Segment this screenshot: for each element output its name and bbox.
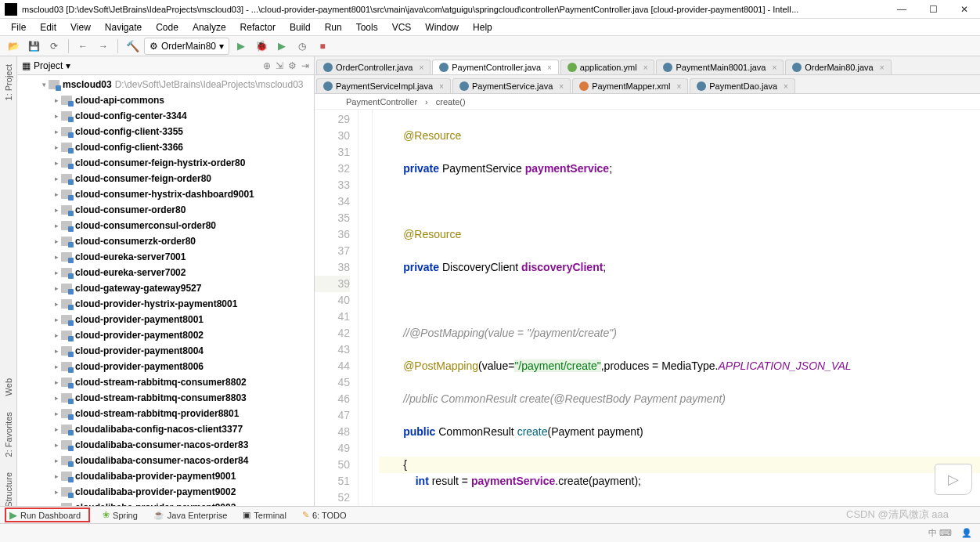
arrow-expanded-icon[interactable]: ▾ <box>39 81 49 89</box>
menu-navigate[interactable]: Navigate <box>99 20 148 34</box>
code-content[interactable]: @Resource private PaymentService payment… <box>373 110 980 525</box>
editor-tab[interactable]: PaymentMain8001.java× <box>656 60 784 74</box>
code-editor[interactable]: 2930313233343536373839404142434445464748… <box>315 110 980 525</box>
arrow-collapsed-icon[interactable]: ▸ <box>52 331 61 339</box>
arrow-collapsed-icon[interactable]: ▸ <box>52 206 61 214</box>
tree-module-item[interactable]: ▸cloud-consumer-hystrix-dashboard9001 <box>17 186 314 202</box>
spring-button[interactable]: ❀ Spring <box>99 509 141 521</box>
run-dashboard-button[interactable]: ▶ Run Dashboard <box>5 508 90 522</box>
todo-button[interactable]: ✎ 6: TODO <box>299 509 350 521</box>
arrow-collapsed-icon[interactable]: ▸ <box>52 316 61 323</box>
close-icon[interactable]: × <box>676 82 681 91</box>
close-icon[interactable]: × <box>419 63 423 72</box>
folding-gutter[interactable] <box>358 110 373 525</box>
tree-module-item[interactable]: ▸cloud-provider-payment8004 <box>17 343 314 359</box>
save-icon[interactable]: 💾 <box>25 38 42 55</box>
tree-module-item[interactable]: ▸cloud-provider-payment8002 <box>17 327 314 343</box>
arrow-collapsed-icon[interactable]: ▸ <box>52 222 61 229</box>
arrow-collapsed-icon[interactable]: ▸ <box>52 190 61 198</box>
arrow-collapsed-icon[interactable]: ▸ <box>52 175 61 182</box>
tree-module-item[interactable]: ▸cloud-consumerzk-order80 <box>17 233 314 249</box>
tree-module-item[interactable]: ▸cloud-config-center-3344 <box>17 108 314 124</box>
editor-tab[interactable]: PaymentServiceImpl.java× <box>316 78 451 93</box>
tab-web[interactable]: Web <box>2 370 15 403</box>
tab-favorites[interactable]: 2: Favorites <box>2 404 15 464</box>
tree-module-item[interactable]: ▸cloud-stream-rabbitmq-provider8801 <box>17 406 314 421</box>
arrow-collapsed-icon[interactable]: ▸ <box>52 237 61 245</box>
arrow-collapsed-icon[interactable]: ▸ <box>52 143 61 151</box>
tree-module-item[interactable]: ▸cloud-consumer-order80 <box>17 202 314 218</box>
close-icon[interactable]: × <box>772 63 776 72</box>
menu-edit[interactable]: Edit <box>34 20 63 34</box>
editor-tab[interactable]: PaymentService.java× <box>452 78 571 93</box>
menu-build[interactable]: Build <box>283 20 317 34</box>
close-button[interactable]: ✕ <box>953 2 975 17</box>
run-coverage-icon[interactable]: ▶ <box>273 38 290 55</box>
editor-tab[interactable]: application.yml× <box>560 60 655 74</box>
arrow-collapsed-icon[interactable]: ▸ <box>52 347 61 355</box>
close-icon[interactable]: × <box>643 63 648 72</box>
tab-project[interactable]: 1: Project <box>2 56 15 108</box>
profile-icon[interactable]: ◷ <box>294 38 311 55</box>
arrow-collapsed-icon[interactable]: ▸ <box>52 112 61 120</box>
editor-tab[interactable]: OrderMain80.java× <box>785 60 891 74</box>
breadcrumb[interactable]: PaymentController › create() <box>315 94 980 110</box>
arrow-collapsed-icon[interactable]: ▸ <box>52 253 61 261</box>
close-icon[interactable]: × <box>784 82 788 91</box>
tree-module-item[interactable]: ▸cloudalibaba-provider-payment9001 <box>17 468 314 484</box>
tree-module-item[interactable]: ▸cloudalibaba-consumer-nacos-order83 <box>17 437 314 453</box>
debug-icon[interactable]: 🐞 <box>253 38 270 55</box>
arrow-collapsed-icon[interactable]: ▸ <box>52 284 61 292</box>
tree-module-item[interactable]: ▸cloud-gateway-gateway9527 <box>17 280 314 296</box>
tree-module-item[interactable]: ▸cloud-provider-payment8006 <box>17 359 314 374</box>
menu-tools[interactable]: Tools <box>350 20 384 34</box>
arrow-collapsed-icon[interactable]: ▸ <box>52 488 61 496</box>
arrow-collapsed-icon[interactable]: ▸ <box>52 363 61 370</box>
tree-module-item[interactable]: ▸cloud-stream-rabbitmq-consumer8802 <box>17 374 314 390</box>
run-icon[interactable]: ▶ <box>232 38 250 55</box>
editor-tab[interactable]: PaymentDao.java× <box>690 78 795 93</box>
floating-play-icon[interactable]: ▷ <box>935 464 972 495</box>
stop-icon[interactable]: ■ <box>314 38 331 55</box>
tree-module-item[interactable]: ▸cloudalibaba-config-nacos-client3377 <box>17 421 314 437</box>
menu-analyze[interactable]: Analyze <box>186 20 232 34</box>
arrow-collapsed-icon[interactable]: ▸ <box>52 96 61 104</box>
tree-module-item[interactable]: ▸cloud-config-client-3366 <box>17 139 314 155</box>
arrow-collapsed-icon[interactable]: ▸ <box>52 410 61 417</box>
back-icon[interactable]: ← <box>74 38 92 55</box>
arrow-collapsed-icon[interactable]: ▸ <box>52 378 61 386</box>
tree-module-item[interactable]: ▸cloud-provider-payment8001 <box>17 312 314 327</box>
menu-file[interactable]: File <box>5 20 32 34</box>
breadcrumb-class[interactable]: PaymentController <box>346 97 417 107</box>
terminal-button[interactable]: ▣ Terminal <box>240 509 290 521</box>
tree-module-item[interactable]: ▸cloud-api-commons <box>17 92 314 108</box>
avatar-icon[interactable]: 👤 <box>961 528 972 538</box>
close-icon[interactable]: × <box>439 82 444 91</box>
tree-module-item[interactable]: ▸cloud-consumer-feign-hystrix-order80 <box>17 155 314 171</box>
menu-refactor[interactable]: Refactor <box>234 20 282 34</box>
tree-module-item[interactable]: ▸cloud-consumerconsul-order80 <box>17 218 314 233</box>
target-icon[interactable]: ⊕ <box>263 60 271 71</box>
sync-icon[interactable]: ⟳ <box>45 38 63 55</box>
minimize-button[interactable]: — <box>891 2 913 17</box>
run-config-selector[interactable]: ⚙ OrderMain80 ▾ <box>144 38 229 55</box>
arrow-collapsed-icon[interactable]: ▸ <box>52 300 61 308</box>
breadcrumb-method[interactable]: create() <box>436 97 466 107</box>
menu-run[interactable]: Run <box>319 20 348 34</box>
editor-tab[interactable]: PaymentMapper.xml× <box>572 78 688 93</box>
tree-root[interactable]: ▾ mscloud03 D:\devSoft\JetBrains\IdeaPro… <box>17 77 314 92</box>
menu-view[interactable]: View <box>64 20 97 34</box>
arrow-collapsed-icon[interactable]: ▸ <box>52 425 61 433</box>
tree-module-item[interactable]: ▸cloud-provider-hystrix-payment8001 <box>17 296 314 312</box>
editor-tab[interactable]: OrderController.java× <box>316 60 431 74</box>
arrow-collapsed-icon[interactable]: ▸ <box>52 128 61 136</box>
arrow-collapsed-icon[interactable]: ▸ <box>52 441 61 449</box>
tree-module-item[interactable]: ▸cloud-eureka-server7001 <box>17 249 314 265</box>
tree-module-item[interactable]: ▸cloud-stream-rabbitmq-consumer8803 <box>17 390 314 406</box>
menu-code[interactable]: Code <box>150 20 185 34</box>
build-icon[interactable]: 🔨 <box>124 38 141 55</box>
collapse-icon[interactable]: ⇲ <box>276 60 283 71</box>
hide-icon[interactable]: ⇥ <box>301 60 309 71</box>
close-icon[interactable]: × <box>880 63 885 72</box>
menu-vcs[interactable]: VCS <box>386 20 418 34</box>
